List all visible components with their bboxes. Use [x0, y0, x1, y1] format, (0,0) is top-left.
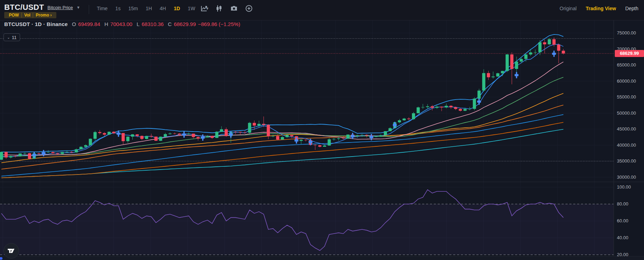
- tab-trading-view[interactable]: Trading View: [586, 6, 616, 11]
- price-tick-label: 75000.00: [617, 30, 636, 36]
- top-toolbar: BTC/USDT Bitcoin Price ▼ POW Vol Promo ›…: [0, 0, 644, 20]
- low-value: 68310.36: [142, 21, 164, 27]
- low-label: L: [137, 21, 139, 27]
- interval-15m[interactable]: 15m: [126, 4, 140, 13]
- interval-1w[interactable]: 1W: [185, 4, 198, 13]
- high-value: 70043.00: [110, 21, 132, 27]
- price-tick-label: 35000.00: [617, 158, 636, 164]
- chevron-down-icon[interactable]: ▼: [76, 5, 80, 9]
- high-label: H: [105, 21, 108, 27]
- indicators-collapse-button[interactable]: ⌄ 11: [4, 33, 20, 41]
- ohlc-legend: BTCUSDT · 1D · Binance O 69499.84 H 7004…: [4, 21, 240, 27]
- legend-symbol[interactable]: BTCUSDT · 1D · Binance: [4, 21, 68, 27]
- price-tick-label: 40000.00: [617, 142, 636, 148]
- tag-vol[interactable]: Vol: [21, 13, 33, 18]
- price-tick-label: 60000.00: [617, 78, 636, 84]
- rsi-tick-label: 100.00: [617, 184, 631, 190]
- rsi-tick-label: 80.00: [617, 201, 629, 207]
- camera-icon[interactable]: [230, 5, 238, 12]
- price-tick-label: 45000.00: [617, 126, 636, 132]
- tag-promo[interactable]: Promo ›: [33, 13, 54, 18]
- bitcoin-price-link[interactable]: Bitcoin Price: [48, 5, 73, 10]
- rsi-tick-label: 40.00: [617, 235, 629, 240]
- toolbar-divider: [89, 5, 89, 14]
- open-value: 69499.84: [78, 21, 100, 27]
- candlestick-style-icon[interactable]: [215, 5, 223, 12]
- price-tick-label: 55000.00: [617, 94, 636, 100]
- candlestick-chart[interactable]: [0, 0, 644, 260]
- tradingview-logo[interactable]: [4, 243, 19, 259]
- close-label: C: [168, 21, 172, 27]
- interval-4h[interactable]: 4H: [157, 4, 169, 13]
- price-tick-label: 30000.00: [617, 175, 636, 180]
- interval-1h[interactable]: 1H: [143, 4, 155, 13]
- pair-title: BTC/USDT: [4, 3, 44, 12]
- rsi-tick-label: 60.00: [617, 218, 629, 223]
- tag-pow[interactable]: POW: [6, 13, 21, 18]
- tag-pill[interactable]: POW Vol Promo ›: [4, 12, 56, 18]
- interval-1s[interactable]: 1s: [113, 4, 123, 13]
- interval-time[interactable]: Time: [94, 4, 110, 13]
- interval-1d[interactable]: 1D: [171, 4, 182, 13]
- close-value: 68629.99: [174, 21, 196, 27]
- line-chart-icon[interactable]: [201, 5, 208, 12]
- chart-view-tabs: Original Trading View Depth: [559, 0, 638, 17]
- indicators-count: 11: [12, 35, 17, 40]
- interval-selector: Time 1s 15m 1H 4H 1D 1W ▼: [94, 0, 209, 17]
- plus-circle-icon[interactable]: [245, 5, 252, 12]
- open-label: O: [72, 21, 76, 27]
- horizontal-scrollbar[interactable]: [0, 257, 2, 260]
- price-tick-label: 65000.00: [617, 62, 636, 68]
- change-value: −869.86 (−1.25%): [198, 21, 240, 27]
- tradingview-logo-glyph: [7, 246, 16, 255]
- tab-original[interactable]: Original: [559, 6, 576, 11]
- last-price-badge: 68629.99: [615, 50, 644, 57]
- tab-depth[interactable]: Depth: [625, 6, 638, 11]
- time-axis-strip: [0, 256, 644, 260]
- price-tick-label: 50000.00: [617, 110, 636, 116]
- chevron-down-icon: ⌄: [7, 36, 10, 39]
